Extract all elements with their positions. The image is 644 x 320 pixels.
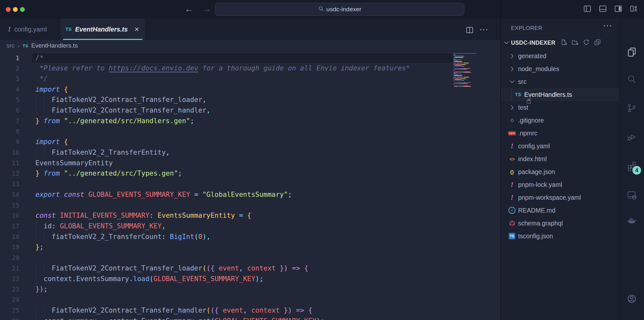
code-line[interactable]: 16const INITIAL_EVENTS_SUMMARY: EventsSu…: [0, 210, 453, 221]
code-line[interactable]: 1/*: [0, 53, 453, 63]
explorer-more-actions-icon[interactable]: ···: [603, 22, 612, 30]
code-line[interactable]: 6 FiatTokenV2_2Contract_Transfer_handler…: [0, 105, 453, 116]
html-icon: <>: [508, 155, 516, 163]
code-line[interactable]: 21 FiatTokenV2_2Contract_Transfer_loader…: [0, 263, 453, 274]
code-line[interactable]: 24: [0, 295, 453, 305]
code-line-text: FiatTokenV2_2Contract_Transfer_handler((…: [35, 305, 312, 316]
code-line[interactable]: 20: [0, 252, 453, 263]
graphql-icon: [508, 219, 516, 227]
indent-guide: [36, 95, 36, 105]
activity-bar: 4: [619, 19, 644, 320]
tree-folder-node_modules[interactable]: node_modules: [501, 62, 626, 75]
tree-file-package.json[interactable]: {}package.json: [501, 165, 626, 178]
code-line-text: FiatTokenV2_2Contract_Transfer_handler,: [35, 105, 211, 116]
tree-folder-src[interactable]: src: [501, 75, 626, 88]
code-line[interactable]: 11EventsSummaryEntity: [0, 158, 453, 169]
tree-folder-generated[interactable]: generated: [501, 50, 626, 62]
indent-guide: [44, 305, 44, 316]
activity-extensions-icon[interactable]: 4: [627, 161, 637, 171]
code-line[interactable]: 22 context.EventsSummary.load(GLOBAL_EVE…: [0, 274, 453, 284]
code-line[interactable]: 5 FiatTokenV2_2Contract_Transfer_loader,: [0, 95, 453, 105]
activity-explorer-icon[interactable]: [627, 47, 637, 57]
line-number: 9: [0, 137, 19, 147]
command-center-search[interactable]: usdc-indexer: [215, 3, 464, 16]
activity-source-control-icon[interactable]: [627, 103, 637, 113]
code-line[interactable]: 9import {: [0, 137, 453, 147]
tree-file-pnpm-workspace.yaml[interactable]: !pnpm-workspace.yaml: [501, 191, 626, 204]
tree-file-tsconfig.json[interactable]: TStsconfig.json: [501, 230, 626, 242]
code-line[interactable]: 7} from "../generated/src/Handlers.gen";: [0, 116, 453, 126]
chevron-down-icon: [503, 39, 510, 46]
refresh-icon[interactable]: [582, 39, 590, 47]
code-line[interactable]: 23});: [0, 284, 453, 295]
code-line[interactable]: 19};: [0, 242, 453, 252]
tree-file-schema.graphql[interactable]: schema.graphql: [501, 217, 626, 230]
tree-file-EventHandlers.ts[interactable]: TSEventHandlers.ts: [501, 88, 632, 101]
code-line[interactable]: 15: [0, 200, 453, 211]
code-line[interactable]: 3 */: [0, 74, 453, 84]
indent-guide: [44, 95, 44, 105]
close-icon[interactable]: ×: [135, 25, 139, 34]
code-line[interactable]: 2 *Please refer to https://docs.envio.de…: [0, 63, 453, 74]
collapse-all-icon[interactable]: [594, 39, 601, 47]
breadcrumb-file[interactable]: EventHandlers.ts: [31, 42, 78, 49]
breadcrumb[interactable]: src › TS EventHandlers.ts: [6, 42, 78, 50]
panel-left-icon[interactable]: [583, 4, 592, 13]
activity-docker-icon[interactable]: [627, 215, 637, 225]
code-line-text: FiatTokenV2_2_TransferEntity,: [35, 147, 170, 158]
exclaim-icon: !: [508, 194, 516, 201]
code-line-text: });: [35, 284, 48, 295]
navigate-back-icon[interactable]: ←: [185, 4, 193, 14]
indent-guide: [36, 147, 36, 158]
activity-search-icon[interactable]: [627, 74, 637, 84]
activity-run-debug-icon[interactable]: [627, 132, 637, 142]
close-window-button[interactable]: [6, 7, 11, 12]
code-line[interactable]: 14export const GLOBAL_EVENTS_SUMMARY_KEY…: [0, 189, 453, 200]
new-folder-icon[interactable]: [571, 39, 579, 47]
zoom-window-button[interactable]: [20, 7, 25, 12]
vscode-window: ← → usdc-indexer !config.yamlTSEventHand…: [0, 0, 644, 320]
line-number: 12: [0, 168, 19, 179]
minimap[interactable]: [453, 52, 481, 88]
line-number: 23: [0, 284, 19, 295]
tree-file-pnpm-lock.yaml[interactable]: !pnpm-lock.yaml: [501, 178, 626, 191]
tab-EventHandlers.ts[interactable]: TSEventHandlers.ts×: [61, 19, 145, 40]
code-line-text: export const GLOBAL_EVENTS_SUMMARY_KEY =…: [35, 189, 292, 200]
code-line[interactable]: 4import {: [0, 84, 453, 95]
indent-guide: [36, 316, 36, 320]
activity-account-icon[interactable]: [627, 294, 637, 304]
minimize-window-button[interactable]: [13, 7, 18, 12]
navigate-forward-icon[interactable]: →: [202, 4, 211, 14]
tree-file-config.yaml[interactable]: !config.yaml: [501, 140, 626, 152]
tree-file-README.md[interactable]: iREADME.md: [501, 204, 626, 217]
title-bar: ← → usdc-indexer: [0, 0, 644, 19]
line-number: 21: [0, 263, 19, 274]
tree-file-index.html[interactable]: <>index.html: [501, 152, 626, 165]
code-line[interactable]: 8: [0, 126, 453, 137]
code-line[interactable]: 26 const summary = context.EventsSummary…: [0, 316, 453, 320]
tree-item-label: node_modules: [518, 65, 559, 73]
code-line[interactable]: 18 fiatTokenV2_2_TransferCount: BigInt(0…: [0, 232, 453, 242]
line-number: 10: [0, 147, 19, 158]
tab-config.yaml[interactable]: !config.yaml: [0, 19, 60, 40]
line-number: 22: [0, 274, 19, 284]
code-line-text: fiatTokenV2_2_TransferCount: BigInt(0),: [35, 232, 211, 242]
panel-right-icon[interactable]: [614, 4, 623, 13]
more-dots-icon[interactable]: ···: [480, 26, 489, 36]
indent-guide: [36, 263, 36, 274]
code-line[interactable]: 25 FiatTokenV2_2Contract_Transfer_handle…: [0, 305, 453, 316]
tree-file-.npmrc[interactable]: npm.npmrc: [501, 127, 626, 140]
layout-customize-icon[interactable]: [629, 4, 638, 13]
code-line[interactable]: 10 FiatTokenV2_2_TransferEntity,: [0, 147, 453, 158]
new-file-icon[interactable]: [560, 39, 567, 47]
activity-remote-icon[interactable]: [627, 190, 637, 200]
workspace-section-header[interactable]: USDC-INDEXER: [501, 36, 619, 50]
panel-bottom-icon[interactable]: [598, 4, 607, 13]
code-line[interactable]: 13: [0, 179, 453, 189]
tree-file-.gitignore[interactable]: .gitignore: [501, 114, 626, 127]
breadcrumb-folder[interactable]: src: [6, 42, 14, 49]
tree-folder-test[interactable]: test: [501, 101, 626, 114]
code-line[interactable]: 12} from "../generated/src/Types.gen";: [0, 168, 453, 179]
split-editor-icon[interactable]: [465, 26, 474, 36]
code-line[interactable]: 17 id: GLOBAL_EVENTS_SUMMARY_KEY,: [0, 221, 453, 232]
